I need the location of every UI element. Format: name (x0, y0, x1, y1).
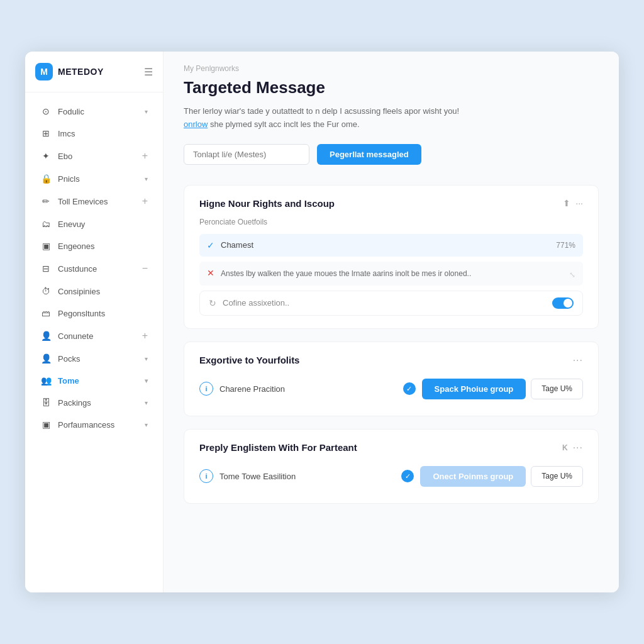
export-icon[interactable]: ⬆ (563, 198, 570, 208)
list-item: ✓ Chamest 771% (199, 234, 583, 257)
config-label: Cofine assixetion.. (223, 298, 546, 308)
sidebar-label: Consipinies (58, 287, 148, 296)
sidebar-item-toll-emevices[interactable]: ✏ Toll Emevices + (30, 190, 158, 213)
sidebar-label: Ebo (58, 152, 136, 161)
sidebar: M METEDOY ☰ ⊙ Fodulic ▾ ⊞ Imcs ✦ Ebo + 🔒 (25, 52, 164, 592)
sidebar-label: Conunete (58, 331, 136, 341)
tage-button2[interactable]: Tage U% (531, 466, 583, 487)
sidebar-header: M METEDOY ☰ (25, 52, 163, 92)
ebo-icon: ✦ (40, 151, 52, 161)
spack-button[interactable]: Spack Phoiue group (422, 379, 526, 399)
card3-actions: K ··· (562, 442, 583, 453)
breadcrumb: My Penlgnworks (184, 64, 599, 73)
engeones-icon: ▣ (40, 241, 52, 251)
tage-button[interactable]: Tage U% (531, 379, 583, 399)
cards-container: Higne Nour Rights and Iscoup ⬆ ··· Peron… (164, 185, 619, 524)
check-icon: ✓ (207, 240, 214, 250)
card-rights-iscoup: Higne Nour Rights and Iscoup ⬆ ··· Peron… (184, 185, 599, 329)
clock-icon: ⏱ (40, 286, 52, 296)
more-options-icon[interactable]: ··· (573, 355, 583, 366)
sidebar-label: Toll Emevices (58, 197, 136, 206)
chevron-down-icon: ▾ (145, 108, 148, 115)
row-value: 771% (556, 241, 575, 250)
card2-title: Exgortive to Yourfolits (199, 355, 299, 365)
action-bar: Pegerllat messagled (184, 144, 599, 165)
sidebar-label: Pocks (58, 354, 138, 364)
sidebar-label: Packings (58, 398, 138, 408)
description-link[interactable]: onrlow (184, 119, 208, 129)
sidebar-item-pnicls[interactable]: 🔒 Pnicls ▾ (30, 168, 158, 189)
sidebar-item-enevuy[interactable]: 🗂 Enevuy (30, 213, 158, 235)
info-icon: i (199, 382, 213, 396)
sidebar-item-imcs[interactable]: ⊞ Imcs (30, 123, 158, 144)
users-icon: 👥 (40, 375, 52, 386)
logo: M METEDOY (35, 63, 104, 80)
sidebar-label: Engeones (58, 242, 148, 251)
settings-icon: ↻ (209, 298, 216, 308)
sidebar-item-pegonsltunts[interactable]: 🗃 Pegonsltunts (30, 303, 158, 324)
card-preply: Preply Englistem With For Parteant K ···… (184, 429, 599, 504)
check-badge: ✓ (403, 382, 416, 395)
sidebar-item-custdunce[interactable]: ⊟ Custdunce − (30, 257, 158, 280)
page-description: Ther lerloy wiar's tade y outattedt to n… (184, 105, 586, 131)
sidebar-item-packings[interactable]: 🗄 Packings ▾ (30, 392, 158, 413)
sidebar-label: Pnicls (58, 174, 138, 184)
main-header: My Penlgnworks Targeted Message Ther ler… (164, 52, 619, 185)
card2-actions: ··· (573, 355, 583, 366)
sidebar-item-consipinies[interactable]: ⏱ Consipinies (30, 280, 158, 302)
template-input[interactable] (184, 144, 309, 165)
sidebar-label: Custdunce (58, 264, 136, 274)
card1-header: Higne Nour Rights and Iscoup ⬆ ··· (199, 198, 583, 209)
chevron-down-icon: ▾ (145, 377, 148, 384)
chevron-down-icon: ▾ (145, 421, 148, 428)
database-icon: 🗄 (40, 397, 52, 408)
toggle-switch[interactable] (552, 297, 574, 309)
sidebar-nav: ⊙ Fodulic ▾ ⊞ Imcs ✦ Ebo + 🔒 Pnicls ▾ ✏ … (25, 92, 163, 582)
user-icon: 👤 (40, 353, 52, 364)
sidebar-item-pocks[interactable]: 👤 Pocks ▾ (30, 348, 158, 369)
sidebar-item-fodulic[interactable]: ⊙ Fodulic ▾ (30, 101, 158, 122)
plus-icon: + (142, 330, 148, 341)
sidebar-label: Pegonsltunts (58, 309, 148, 318)
sidebar-label: Imcs (58, 129, 148, 138)
card1-title: Higne Nour Rights and Iscoup (199, 198, 335, 209)
pencil-icon: ✏ (40, 196, 52, 206)
card3-label: Tome Towe Easilition (219, 472, 395, 481)
imcs-icon: ⊞ (40, 128, 52, 138)
audience-label: Charene Pracition (219, 384, 397, 394)
card1-actions: ⬆ ··· (563, 198, 583, 208)
sidebar-item-tome[interactable]: 👥 Tome ▾ (30, 370, 158, 391)
onect-button[interactable]: Onect Poinms group (420, 466, 526, 487)
main-content: My Penlgnworks Targeted Message Ther ler… (164, 52, 619, 592)
plus-icon: + (142, 196, 148, 207)
plus-icon: + (142, 150, 148, 162)
info-icon: i (199, 469, 213, 483)
sidebar-label: Porfaumancess (58, 420, 138, 430)
k-icon: K (562, 443, 568, 452)
send-message-button[interactable]: Pegerllat messagled (317, 144, 421, 165)
sidebar-item-porfaumancess[interactable]: ▣ Porfaumancess ▾ (30, 414, 158, 435)
more-options-icon[interactable]: ··· (573, 442, 583, 453)
hamburger-icon[interactable]: ☰ (144, 66, 153, 78)
resize-icon: ⤡ (569, 270, 575, 279)
calendar-icon: 🗂 (40, 219, 52, 229)
page-title: Targeted Message (184, 78, 599, 97)
sidebar-item-ebo[interactable]: ✦ Ebo + (30, 145, 158, 167)
description-text-1: Ther lerloy wiar's tade y outattedt to n… (184, 106, 459, 116)
check-badge: ✓ (401, 470, 414, 482)
sidebar-label: Tome (58, 376, 138, 386)
config-row: ↻ Cofine assixetion.. (199, 291, 583, 316)
sidebar-item-conunete[interactable]: 👤 Conunete + (30, 325, 158, 347)
row-label: Chamest (221, 240, 550, 250)
sidebar-label: Fodulic (58, 107, 138, 116)
card1-subtitle: Peronciate Ouetfoils (199, 218, 583, 226)
card3-title: Preply Englistem With For Parteant (199, 442, 357, 453)
description-text-2: she plymed sylt acc inclt les the Fur om… (210, 119, 360, 129)
minus-icon: − (142, 263, 148, 274)
grid-icon: 🗃 (40, 308, 52, 318)
sidebar-item-engeones[interactable]: ▣ Engeones (30, 235, 158, 257)
more-options-icon[interactable]: ··· (575, 198, 583, 208)
card2-buttons: Spack Phoiue group Tage U% (422, 379, 583, 399)
user-icon: 👤 (40, 331, 52, 341)
table-icon: ⊟ (40, 264, 52, 274)
